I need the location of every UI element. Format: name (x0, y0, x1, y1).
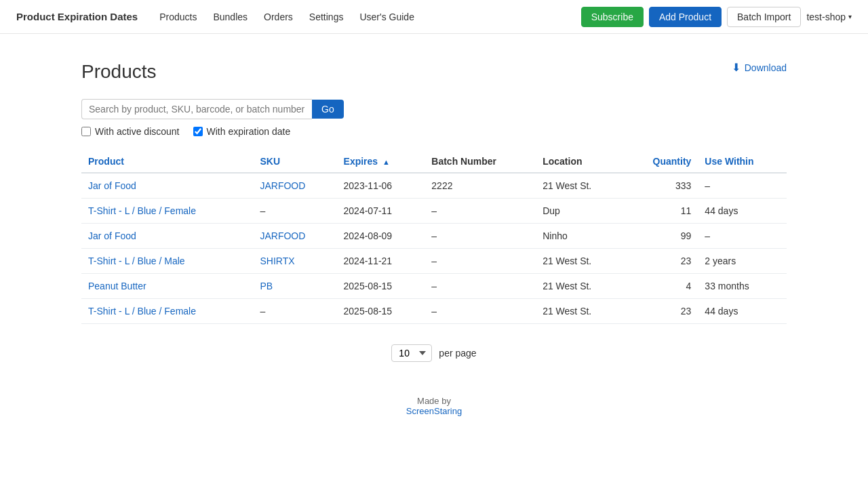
cell-location: 21 West St. (536, 173, 624, 199)
product-link[interactable]: T-Shirt - L / Blue / Male (88, 256, 185, 266)
cell-product: Jar of Food (81, 224, 253, 249)
cell-quantity: 11 (625, 199, 698, 224)
filter-row: With active discount With expiration dat… (81, 126, 787, 137)
nav-bundles[interactable]: Bundles (213, 12, 248, 22)
cell-quantity: 4 (625, 274, 698, 299)
product-link[interactable]: T-Shirt - L / Blue / Female (88, 306, 196, 317)
cell-sku: PB (253, 274, 336, 299)
footer-made-by: Made by (81, 396, 787, 406)
page-header: Products ⬇ Download (81, 61, 787, 83)
table-row: T-Shirt - L / Blue / Female–2025-08-15–2… (81, 299, 787, 324)
filter-expiration-date-label: With expiration date (207, 126, 291, 137)
col-quantity-label: Quantity (653, 156, 692, 167)
col-product-label: Product (88, 156, 124, 167)
cell-use-within: 44 days (698, 199, 787, 224)
cell-location: Dup (536, 199, 624, 224)
col-header-batch-number: Batch Number (425, 150, 536, 173)
nav-orders[interactable]: Orders (264, 12, 293, 22)
table-row: Jar of FoodJARFOOD2024-08-09–Ninho99– (81, 224, 787, 249)
cell-batch-number: – (425, 274, 536, 299)
cell-product: T-Shirt - L / Blue / Male (81, 249, 253, 274)
nav-settings[interactable]: Settings (309, 12, 344, 22)
per-page-select[interactable]: 10 25 50 100 (391, 344, 432, 362)
nav-links: Products Bundles Orders Settings User's … (159, 12, 581, 22)
sort-asc-icon: ▲ (382, 158, 390, 166)
add-product-button[interactable]: Add Product (649, 7, 722, 27)
product-link[interactable]: Peanut Butter (88, 281, 146, 291)
cell-sku: – (253, 199, 336, 224)
cell-use-within: 44 days (698, 299, 787, 324)
cell-use-within: – (698, 224, 787, 249)
table-body: Jar of FoodJARFOOD2023-11-06222221 West … (81, 173, 787, 324)
col-expires-label: Expires (344, 156, 378, 167)
sku-link[interactable]: JARFOOD (260, 230, 305, 241)
cell-use-within: 33 months (698, 274, 787, 299)
main-content: Products ⬇ Download Go With active disco… (0, 34, 868, 443)
sku-link[interactable]: JARFOOD (260, 180, 305, 191)
cell-sku: JARFOOD (253, 173, 336, 199)
product-link[interactable]: T-Shirt - L / Blue / Female (88, 205, 196, 216)
sku-link[interactable]: PB (260, 281, 273, 291)
cell-expires: 2025-08-15 (337, 299, 425, 324)
col-header-product[interactable]: Product (81, 150, 253, 173)
user-menu-label: test-shop (806, 12, 846, 22)
cell-location: 21 West St. (536, 274, 624, 299)
batch-import-button[interactable]: Batch Import (727, 7, 801, 27)
sku-link[interactable]: SHIRTX (260, 256, 294, 266)
col-header-expires[interactable]: Expires ▲ (337, 150, 425, 173)
filter-expiration-date-checkbox[interactable] (193, 127, 203, 136)
user-menu[interactable]: test-shop ▾ (806, 12, 852, 22)
col-use-within-label: Use Within (705, 156, 753, 167)
navbar-actions: Subscribe Add Product Batch Import test-… (581, 7, 852, 27)
cell-quantity: 23 (625, 249, 698, 274)
filter-active-discount[interactable]: With active discount (81, 126, 180, 137)
subscribe-button[interactable]: Subscribe (581, 7, 644, 27)
table-row: Peanut ButterPB2025-08-15–21 West St.433… (81, 274, 787, 299)
table-row: T-Shirt - L / Blue / MaleSHIRTX2024-11-2… (81, 249, 787, 274)
footer-brand-link[interactable]: ScreenStaring (406, 406, 462, 416)
cell-product: T-Shirt - L / Blue / Female (81, 199, 253, 224)
pagination-row: 10 25 50 100 per page (81, 344, 787, 362)
table-header: Product SKU Expires ▲ Batch Number Locat… (81, 150, 787, 173)
products-table: Product SKU Expires ▲ Batch Number Locat… (81, 150, 787, 324)
cell-use-within: – (698, 173, 787, 199)
cell-sku: SHIRTX (253, 249, 336, 274)
search-input[interactable] (81, 99, 312, 119)
col-location-label: Location (542, 156, 582, 167)
per-page-label: per page (439, 348, 476, 359)
col-header-sku[interactable]: SKU (253, 150, 336, 173)
cell-location: 21 West St. (536, 249, 624, 274)
cell-expires: 2024-08-09 (337, 224, 425, 249)
product-link[interactable]: Jar of Food (88, 230, 136, 241)
table-row: T-Shirt - L / Blue / Female–2024-07-11–D… (81, 199, 787, 224)
cell-expires: 2023-11-06 (337, 173, 425, 199)
cell-quantity: 99 (625, 224, 698, 249)
filter-active-discount-label: With active discount (95, 126, 180, 137)
download-icon: ⬇ (732, 61, 741, 74)
cell-expires: 2024-07-11 (337, 199, 425, 224)
download-link[interactable]: ⬇ Download (732, 61, 787, 74)
footer: Made by ScreenStaring (81, 396, 787, 416)
col-sku-label: SKU (260, 156, 280, 167)
cell-location: Ninho (536, 224, 624, 249)
download-label: Download (745, 62, 787, 73)
brand-name: Product Expiration Dates (16, 11, 138, 22)
cell-quantity: 23 (625, 299, 698, 324)
cell-sku: JARFOOD (253, 224, 336, 249)
cell-batch-number: – (425, 224, 536, 249)
cell-expires: 2025-08-15 (337, 274, 425, 299)
col-batch-number-label: Batch Number (431, 156, 496, 167)
cell-batch-number: – (425, 199, 536, 224)
search-go-button[interactable]: Go (312, 100, 344, 119)
product-link[interactable]: Jar of Food (88, 180, 136, 191)
filter-active-discount-checkbox[interactable] (81, 127, 91, 136)
search-row: Go (81, 99, 787, 119)
cell-use-within: 2 years (698, 249, 787, 274)
col-header-quantity: Quantity (625, 150, 698, 173)
cell-sku: – (253, 299, 336, 324)
nav-products[interactable]: Products (159, 12, 197, 22)
nav-users-guide[interactable]: User's Guide (359, 12, 414, 22)
filter-expiration-date[interactable]: With expiration date (193, 126, 291, 137)
chevron-down-icon: ▾ (848, 13, 852, 20)
col-header-location: Location (536, 150, 624, 173)
